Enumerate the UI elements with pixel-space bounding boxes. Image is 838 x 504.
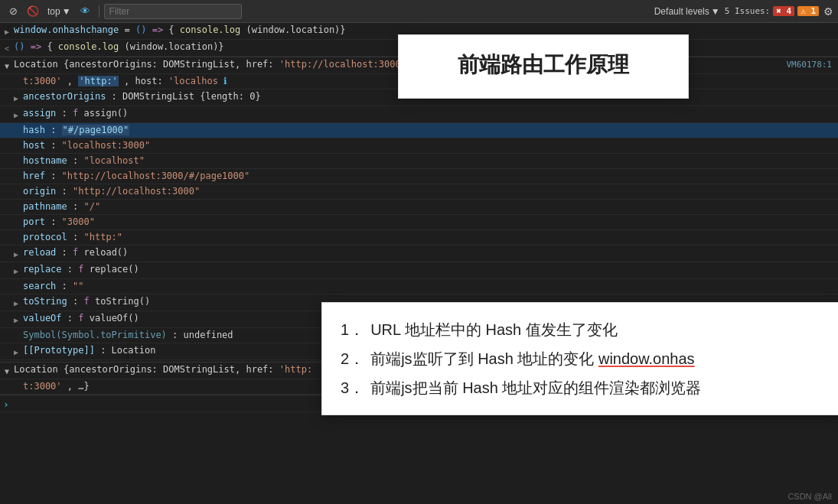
- line-text: assign : f assign(): [23, 107, 838, 120]
- expand-arrow: [14, 185, 23, 187]
- code-token: window.onhashchange: [14, 24, 119, 35]
- expand-arrow[interactable]: ▶: [14, 344, 23, 359]
- step-1: 1． URL 地址栏中的 Hash 值发生了变化: [341, 318, 823, 341]
- expand-arrow[interactable]: ▶: [14, 312, 23, 327]
- line-text: reload : f reload(): [23, 246, 838, 259]
- expand-arrow: [14, 75, 23, 76]
- console-line: host : "localhost:3000": [0, 138, 838, 154]
- console-line: port : "3000": [0, 215, 838, 230]
- filter-input[interactable]: [104, 4, 242, 19]
- line-text: port : "3000": [23, 216, 838, 229]
- console-line: protocol : "http:": [0, 230, 838, 245]
- expand-arrow[interactable]: ▼: [5, 58, 14, 73]
- title-card-text: 前端路由工作原理: [458, 50, 629, 80]
- line-text: host : "localhost:3000": [23, 139, 838, 152]
- clear-console-button[interactable]: ⊘: [5, 3, 21, 20]
- console-line: ▶ reload : f reload(): [0, 245, 838, 262]
- expand-arrow: [14, 154, 23, 156]
- expand-arrow[interactable]: ▶: [14, 90, 23, 105]
- expand-arrow[interactable]: ▶: [14, 246, 23, 261]
- line-text: pathname : "/": [23, 200, 838, 213]
- console-line: hostname : "localhost": [0, 154, 838, 169]
- expand-arrow: [14, 200, 23, 202]
- console-line: origin : "http://localhost:3000": [0, 184, 838, 200]
- settings-button[interactable]: ⚙: [823, 5, 833, 18]
- expand-arrow: [14, 280, 23, 281]
- expand-arrow[interactable]: ▶: [5, 24, 14, 38]
- error-icon: ✖: [776, 6, 781, 16]
- eye-icon[interactable]: 👁: [77, 3, 94, 20]
- steps-overlay-card: 1． URL 地址栏中的 Hash 值发生了变化 2． 前端js监听了到 Has…: [321, 302, 838, 415]
- line-text: origin : "http://localhost:3000": [23, 185, 838, 198]
- line-text: hash : "#/page1000": [23, 124, 838, 137]
- expand-arrow: [14, 139, 23, 141]
- line-source: VM60178:1: [777, 58, 838, 71]
- console-line: ▶ replace : f replace(): [0, 262, 838, 279]
- expand-arrow: [14, 329, 23, 330]
- issues-label: 5 Issues:: [725, 6, 771, 16]
- console-line: ▶ assign : f assign(): [0, 106, 838, 123]
- line-text: href : "http://localhost:3000/#/page1000…: [23, 170, 838, 183]
- expand-arrow[interactable]: ▶: [14, 295, 23, 310]
- default-levels-label: Default levels: [654, 6, 709, 17]
- step-3: 3． 前端js把当前 Hash 地址对应的组件渲染都浏览器: [341, 376, 823, 399]
- line-text: replace : f replace(): [23, 263, 838, 276]
- issues-badge: 5 Issues: ✖ 4 ⚠ 1: [725, 6, 819, 16]
- step-2: 2． 前端js监听了到 Hash 地址的变化 window.onhas: [341, 347, 823, 370]
- console-line: search : "": [0, 279, 838, 294]
- console-line: pathname : "/": [0, 200, 838, 215]
- expand-arrow: [14, 231, 23, 232]
- line-text: hostname : "localhost": [23, 154, 838, 167]
- warning-count: 1: [810, 6, 816, 16]
- expand-arrow[interactable]: ▶: [14, 263, 23, 278]
- expand-arrow: [14, 380, 23, 382]
- expand-arrow: [14, 124, 23, 125]
- expand-arrow[interactable]: ▼: [5, 363, 14, 378]
- title-overlay-card: 前端路由工作原理: [398, 34, 689, 99]
- error-count: 4: [787, 6, 792, 16]
- console-line: hash : "#/page1000": [0, 123, 838, 138]
- line-text: protocol : "http:": [23, 231, 838, 244]
- line-text: search : "": [23, 280, 838, 293]
- devtools-toolbar: ⊘ 🚫 top ▼ 👁 Default levels ▼ 5 Issues: ✖…: [0, 0, 838, 23]
- expand-arrow[interactable]: ▶: [14, 107, 23, 122]
- watermark: CSDN @All: [787, 492, 832, 501]
- error-badge: ✖ 4: [773, 6, 794, 16]
- prompt-arrow: ›: [3, 396, 12, 411]
- block-icon[interactable]: 🚫: [24, 3, 41, 20]
- context-label: top: [47, 6, 60, 17]
- expand-arrow: [14, 170, 23, 171]
- separator: [99, 5, 99, 18]
- warning-icon: ⚠: [801, 6, 806, 16]
- default-levels-button[interactable]: Default levels ▼: [654, 6, 720, 17]
- warning-badge: ⚠ 1: [797, 6, 819, 16]
- levels-dropdown-icon: ▼: [711, 6, 720, 17]
- toolbar-right: Default levels ▼ 5 Issues: ✖ 4 ⚠ 1 ⚙: [654, 5, 833, 18]
- dropdown-arrow-icon: ▼: [62, 6, 71, 17]
- context-selector[interactable]: top ▼: [44, 5, 74, 18]
- expand-arrow: <: [5, 41, 14, 55]
- expand-arrow: [14, 216, 23, 217]
- console-line: href : "http://localhost:3000/#/page1000…: [0, 169, 838, 184]
